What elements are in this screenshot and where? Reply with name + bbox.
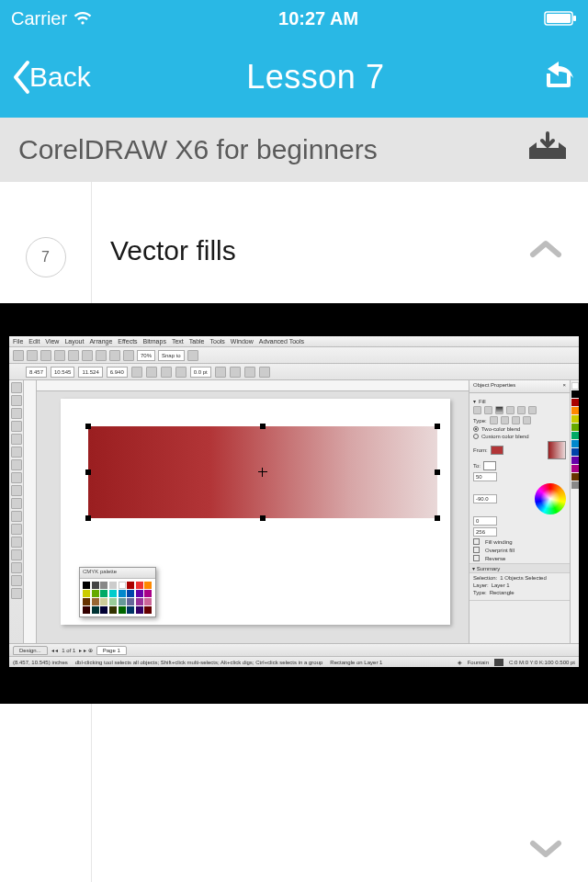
tb-new-icon — [13, 350, 24, 361]
cursor-x: 8.457 — [15, 660, 28, 665]
course-title: CorelDRAW X6 for beginners — [18, 134, 378, 165]
cs-swatch-icon — [571, 481, 579, 489]
swatch-icon — [127, 582, 134, 589]
status-fill-label: Fountain — [468, 660, 489, 665]
angle-field: -90.0 — [473, 494, 497, 503]
cs-swatch-icon — [571, 432, 579, 439]
lesson-number: 7 — [41, 249, 50, 266]
corel-menubar: File Edit View Layout Arrange Effects Bi… — [9, 336, 579, 347]
wrap-icon — [215, 367, 226, 378]
radio-two-color — [473, 426, 479, 432]
palette-title: CMYK palette — [80, 568, 155, 579]
outline-tool-icon — [11, 575, 22, 586]
corel-status-bar: (8.457, 10.545) inches dbl-clicking tool… — [9, 656, 579, 667]
zoom-field: 70% — [137, 350, 155, 361]
radial-type-icon — [501, 416, 509, 424]
ellipse-tool-icon — [11, 472, 22, 483]
nav-bar: Back Lesson 7 — [0, 37, 588, 118]
svg-rect-1 — [547, 14, 571, 23]
next-button[interactable] — [529, 838, 562, 864]
object-properties-docker: Object Properties× ▾ Fill T — [469, 380, 570, 643]
swatch-icon — [136, 598, 143, 605]
handle-icon — [435, 424, 440, 429]
lesson-main: Vector fills File Edit View Layout Arran… — [92, 182, 588, 882]
tb-redo-icon — [123, 350, 134, 361]
cs-swatch-icon — [571, 465, 579, 472]
objtype-label: Type: — [473, 590, 487, 595]
to-front-icon — [230, 367, 241, 378]
video-player[interactable]: File Edit View Layout Arrange Effects Bi… — [0, 303, 588, 704]
prop-y: 10.545 — [51, 367, 74, 378]
square-type-icon — [523, 416, 531, 424]
clock-label: 10:27 AM — [278, 8, 358, 29]
lesson-title: Vector fills — [110, 235, 236, 266]
swatch-icon — [119, 582, 126, 589]
collapse-button[interactable] — [529, 238, 562, 264]
tb-save-icon — [40, 350, 51, 361]
check-overprint — [473, 547, 480, 553]
wifi-icon — [73, 11, 93, 26]
preview-swatch — [548, 441, 566, 459]
conical-type-icon — [512, 416, 520, 424]
cursor-y: 10.545 — [31, 660, 48, 665]
lesson-header: Vector fills — [92, 182, 588, 303]
task-tab: Design... — [13, 646, 48, 655]
swatch-icon — [127, 590, 134, 597]
dimension-tool-icon — [11, 524, 22, 535]
sel-label: Selection: — [473, 575, 497, 581]
swatch-icon — [136, 606, 143, 614]
carrier-label: Carrier — [11, 8, 67, 29]
tb-undo-icon — [109, 350, 120, 361]
tb-print-icon — [54, 350, 65, 361]
menu-effects: Effects — [118, 338, 137, 345]
lock-ratio-icon — [131, 367, 142, 378]
overprint-label: Overprint fill — [485, 548, 514, 553]
swatch-icon — [119, 598, 126, 605]
table-tool-icon — [11, 511, 22, 522]
tb-open-icon — [27, 350, 38, 361]
interactive-fill-tool-icon — [11, 588, 22, 599]
swatch-icon — [92, 582, 99, 589]
type-label: Type: — [473, 418, 487, 424]
center-handle-icon — [261, 470, 265, 474]
swatch-icon — [144, 582, 152, 589]
menu-tools: Tools — [209, 338, 224, 345]
check-winding — [473, 538, 480, 545]
swatch-icon — [83, 582, 90, 589]
to-swatch — [483, 461, 496, 470]
edge-pad-field: 0 — [473, 516, 497, 526]
freehand-tool-icon — [11, 434, 22, 445]
tb-copy-icon — [82, 350, 93, 361]
rotate-icon — [146, 367, 157, 378]
menu-window: Window — [231, 338, 254, 345]
page-count: 1 of 1 — [62, 648, 75, 653]
pick-tool-icon — [11, 382, 22, 393]
sel-value: 1 Objects Selected — [500, 575, 546, 581]
swatch-icon — [136, 582, 143, 589]
swatch-icon — [109, 590, 117, 597]
content-area: 7 Vector fills File Edit View Layout Arr… — [0, 182, 588, 882]
corel-toolbox — [9, 380, 24, 643]
share-button[interactable] — [540, 58, 577, 96]
handle-icon — [435, 469, 440, 475]
swatch-icon — [144, 606, 152, 614]
back-button[interactable]: Back — [11, 60, 91, 95]
rectangle-tool-icon — [11, 459, 22, 470]
postscript-fill-icon — [528, 406, 537, 414]
color-wheel-icon — [535, 483, 566, 514]
no-fill-icon — [473, 406, 481, 414]
corel-toolbar: 70% Snap to — [9, 347, 579, 364]
zoom-tool-icon — [11, 421, 22, 432]
download-button[interactable] — [526, 131, 570, 168]
status-bar: Carrier 10:27 AM — [0, 0, 588, 37]
gradient-rectangle — [88, 426, 437, 518]
cs-swatch-icon — [571, 415, 579, 423]
convert-icon — [259, 367, 270, 378]
status-layer: Rectangle on Layer 1 — [330, 660, 382, 665]
swatch-icon — [127, 606, 134, 614]
layer-label: Layer: — [473, 582, 489, 588]
polygon-tool-icon — [11, 485, 22, 496]
ruler-horizontal — [37, 380, 469, 391]
status-hint: dbl-clicking tool selects all objects; S… — [75, 660, 323, 665]
cs-swatch-icon — [571, 440, 579, 447]
